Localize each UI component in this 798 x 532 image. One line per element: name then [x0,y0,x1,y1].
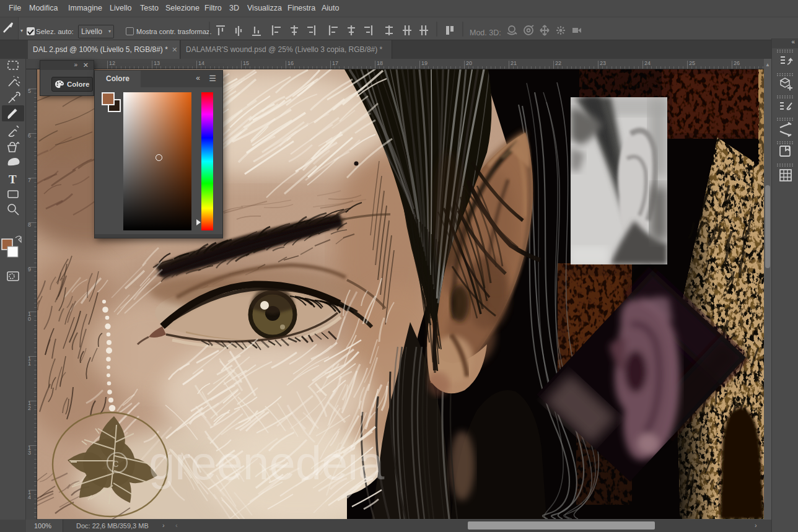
svg-text:greenedeia: greenedeia [149,437,385,489]
svg-text:c: c [113,456,119,469]
svg-text:Mod. 3D:: Mod. 3D: [470,28,501,37]
svg-text:T: T [9,173,17,186]
